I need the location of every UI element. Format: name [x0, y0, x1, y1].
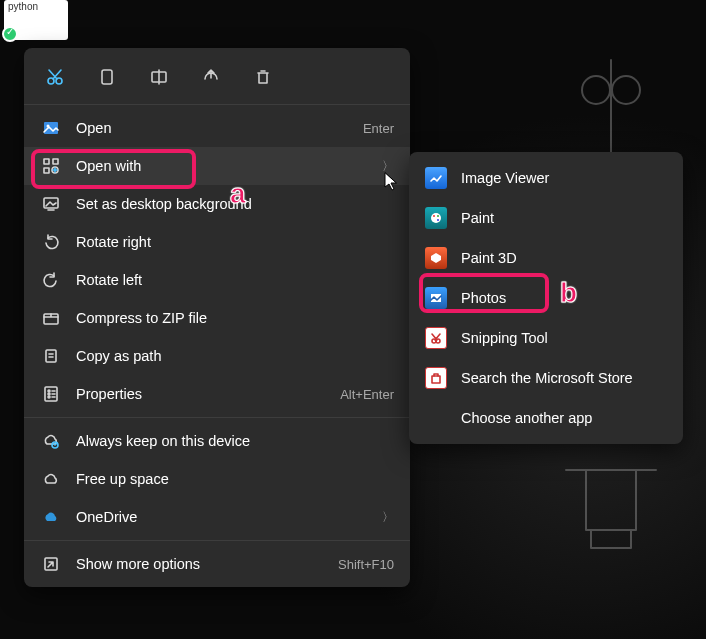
svg-point-1: [582, 76, 610, 104]
svg-rect-11: [44, 159, 49, 164]
submenu-paint[interactable]: Paint: [409, 198, 683, 238]
file-thumbnail-label: python: [8, 1, 38, 12]
context-menu: Open Enter Open with 〉 Set as desktop ba…: [24, 48, 410, 587]
copy-button[interactable]: [94, 64, 120, 90]
divider: [24, 104, 410, 105]
menu-open-label: Open: [76, 120, 363, 136]
share-button[interactable]: [198, 64, 224, 90]
cloud-pin-icon: [40, 430, 62, 452]
submenu-image-viewer-label: Image Viewer: [461, 170, 549, 186]
menu-more-options-shortcut: Shift+F10: [338, 557, 394, 572]
menu-compress-zip[interactable]: Compress to ZIP file: [24, 299, 410, 337]
rename-icon: [149, 67, 169, 87]
menu-compress-label: Compress to ZIP file: [76, 310, 394, 326]
menu-rotate-right[interactable]: Rotate right: [24, 223, 410, 261]
menu-rotate-right-label: Rotate right: [76, 234, 394, 250]
cloud-icon: [40, 468, 62, 490]
menu-set-desktop-background[interactable]: Set as desktop background: [24, 185, 410, 223]
menu-more-options-label: Show more options: [76, 556, 338, 572]
menu-properties-label: Properties: [76, 386, 340, 402]
image-viewer-icon: [425, 167, 447, 189]
svg-rect-6: [102, 70, 112, 84]
menu-copy-path-label: Copy as path: [76, 348, 394, 364]
submenu-snipping-label: Snipping Tool: [461, 330, 548, 346]
svg-point-24: [48, 396, 50, 398]
svg-point-23: [48, 393, 50, 395]
file-thumbnail[interactable]: python: [4, 0, 68, 40]
menu-rotate-left-label: Rotate left: [76, 272, 394, 288]
share-icon: [201, 67, 221, 87]
submenu-paint3d[interactable]: Paint 3D: [409, 238, 683, 278]
svg-point-2: [612, 76, 640, 104]
divider: [24, 417, 410, 418]
svg-point-30: [431, 213, 441, 223]
snipping-tool-icon: [425, 327, 447, 349]
submenu-choose-label: Choose another app: [461, 410, 592, 426]
svg-rect-37: [432, 376, 440, 383]
cut-button[interactable]: [42, 64, 68, 90]
paint3d-icon: [425, 247, 447, 269]
menu-open-shortcut: Enter: [363, 121, 394, 136]
menu-free-up-label: Free up space: [76, 471, 394, 487]
svg-rect-12: [44, 168, 49, 173]
scissors-icon: [45, 67, 65, 87]
menu-open-with-label: Open with: [76, 158, 374, 174]
chevron-right-icon: 〉: [382, 509, 394, 526]
svg-rect-13: [53, 159, 58, 164]
context-toolbar: [24, 52, 410, 100]
delete-button[interactable]: [250, 64, 276, 90]
menu-show-more-options[interactable]: Show more options Shift+F10: [24, 545, 410, 583]
menu-set-bg-label: Set as desktop background: [76, 196, 394, 212]
rotate-right-icon: [40, 231, 62, 253]
svg-rect-18: [46, 350, 56, 362]
svg-point-33: [437, 219, 439, 221]
copy-icon: [97, 67, 117, 87]
svg-point-22: [48, 390, 50, 392]
submenu-photos-label: Photos: [461, 290, 506, 306]
properties-icon: [40, 383, 62, 405]
sync-badge-icon: [2, 26, 18, 42]
divider: [24, 540, 410, 541]
photos-icon: [425, 287, 447, 309]
submenu-microsoft-store[interactable]: Search the Microsoft Store: [409, 358, 683, 398]
svg-point-32: [437, 215, 439, 217]
menu-properties-shortcut: Alt+Enter: [340, 387, 394, 402]
menu-rotate-left[interactable]: Rotate left: [24, 261, 410, 299]
zip-icon: [40, 307, 62, 329]
menu-open-with[interactable]: Open with 〉: [24, 147, 410, 185]
more-options-icon: [40, 553, 62, 575]
menu-always-keep-label: Always keep on this device: [76, 433, 394, 449]
rename-button[interactable]: [146, 64, 172, 90]
paint-icon: [425, 207, 447, 229]
store-icon: [425, 367, 447, 389]
blank-icon: [425, 407, 447, 429]
submenu-paint3d-label: Paint 3D: [461, 250, 517, 266]
menu-copy-as-path[interactable]: Copy as path: [24, 337, 410, 375]
image-icon: [40, 117, 62, 139]
open-with-icon: [40, 155, 62, 177]
submenu-choose-another-app[interactable]: Choose another app: [409, 398, 683, 438]
menu-onedrive-label: OneDrive: [76, 509, 374, 525]
menu-always-keep[interactable]: Always keep on this device: [24, 422, 410, 460]
submenu-snipping-tool[interactable]: Snipping Tool: [409, 318, 683, 358]
submenu-paint-label: Paint: [461, 210, 494, 226]
menu-properties[interactable]: Properties Alt+Enter: [24, 375, 410, 413]
submenu-store-label: Search the Microsoft Store: [461, 370, 633, 386]
chevron-right-icon: 〉: [382, 158, 394, 175]
submenu-photos[interactable]: Photos: [409, 278, 683, 318]
copy-path-icon: [40, 345, 62, 367]
onedrive-icon: [40, 506, 62, 528]
trash-icon: [253, 67, 273, 87]
menu-free-up-space[interactable]: Free up space: [24, 460, 410, 498]
rotate-left-icon: [40, 269, 62, 291]
open-with-submenu: Image Viewer Paint Paint 3D Photos Snipp…: [409, 152, 683, 444]
menu-onedrive[interactable]: OneDrive 〉: [24, 498, 410, 536]
menu-open[interactable]: Open Enter: [24, 109, 410, 147]
submenu-image-viewer[interactable]: Image Viewer: [409, 158, 683, 198]
svg-point-31: [433, 215, 435, 217]
svg-rect-3: [591, 530, 631, 548]
desktop-bg-icon: [40, 193, 62, 215]
